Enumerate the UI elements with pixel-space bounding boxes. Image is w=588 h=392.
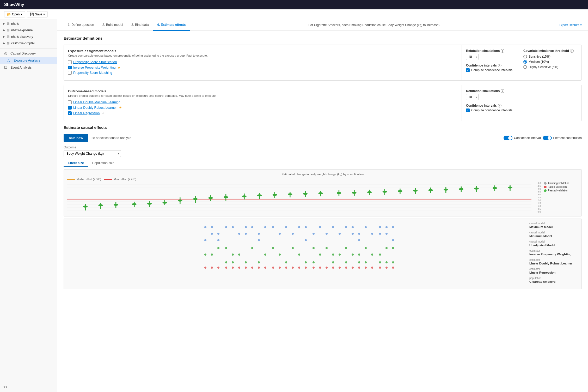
svg-point-74	[251, 226, 253, 228]
legend-linear-doubly-robust-learner: estimator Linear Doubly Robust Learner	[529, 258, 578, 265]
svg-point-138	[285, 261, 287, 263]
tab-estimate-effects[interactable]: 4. Estimate effects	[153, 19, 190, 31]
radio-row-sensitive: Sensitive (15%)	[523, 55, 577, 58]
sidebar-item-nhefs-discovery[interactable]: ▶ ⊞ nhefs-discovery	[0, 33, 57, 40]
svg-point-99	[358, 233, 360, 235]
star-filled-icon: ★	[119, 106, 122, 110]
estimate-title: Estimate causal effects	[64, 125, 582, 130]
sidebar-item-nhefs[interactable]: ▶ ⊞ nhefs	[0, 20, 57, 27]
svg-point-128	[332, 254, 334, 256]
propensity-score-matching-label[interactable]: Propensity Score Matching	[73, 71, 112, 75]
tab-effect-size[interactable]: Effect size	[64, 160, 88, 167]
outcome-refutation-select[interactable]: 10 20 50	[466, 94, 479, 100]
sidebar-item-nhefs-exposure[interactable]: ▶ ⊞ nhefs-exposure	[0, 27, 57, 33]
failed-label: Failed validation	[548, 185, 567, 188]
toggle-knob	[548, 136, 551, 140]
svg-point-73	[245, 226, 247, 228]
svg-point-155	[251, 267, 253, 269]
svg-point-141	[332, 261, 334, 263]
sidebar-item-event-analysis[interactable]: ☐ Event Analysis	[0, 64, 57, 71]
star-icon: ★	[118, 65, 121, 69]
exposure-assignment-left: Exposure-assignment models Create compar…	[64, 45, 462, 80]
sidebar-item-california-prop99[interactable]: ▶ ⊞ california-prop99	[0, 40, 57, 46]
info-icon: i	[498, 64, 501, 67]
checkbox-linear-regression[interactable]: ✓	[68, 111, 72, 115]
app-title: ShowWhy	[4, 2, 24, 7]
svg-point-101	[379, 233, 381, 235]
chart-title: Estimated change in body weight change (…	[67, 173, 578, 176]
svg-point-70	[211, 226, 213, 228]
svg-point-85	[379, 226, 381, 228]
linear-doubly-robust-label[interactable]: Linear Doubly Robust Learner	[73, 106, 117, 110]
svg-point-105	[258, 239, 260, 241]
svg-point-126	[298, 254, 300, 256]
svg-point-107	[358, 239, 360, 241]
svg-point-153	[238, 267, 240, 269]
star-outline-icon: ☆	[102, 111, 105, 115]
refutation-select[interactable]: 10 20 50	[466, 54, 479, 60]
propensity-score-stratification-label[interactable]: Propensity Score Stratification	[73, 60, 117, 64]
radio-highly-sensitive-label: Highly Sensitive (5%)	[529, 65, 558, 69]
inverse-propensity-weighting-label[interactable]: Inverse Propensity Weighting	[73, 66, 115, 69]
estimator-definitions-title: Estimator definitions	[64, 36, 582, 40]
linear-regression-label[interactable]: Linear Regression	[73, 111, 100, 115]
chevron-down-icon: ▾	[580, 23, 582, 27]
svg-point-106	[305, 239, 307, 241]
effect-size-chart: Estimated change in body weight change (…	[64, 169, 582, 216]
linear-double-ml-label[interactable]: Linear Double Machine Learning	[73, 100, 120, 104]
folder-icon: 📂	[7, 13, 11, 16]
confidence-label: Confidence intervals i	[466, 64, 515, 67]
element-contribution-toggle[interactable]	[543, 136, 552, 140]
svg-point-133	[379, 254, 381, 256]
confidence-interval-toggle[interactable]	[504, 136, 512, 140]
outcome-select-wrapper: Body Weight Change (kg)	[64, 150, 121, 157]
svg-point-38	[273, 194, 277, 196]
scatter-legend: causal model Maximum Model causal model …	[526, 222, 578, 286]
tab-population-size[interactable]: Population size	[88, 160, 119, 167]
method-row-2: Propensity Score Matching	[68, 71, 457, 75]
open-button[interactable]: 📂 Open ▾	[4, 11, 25, 17]
tab-build-model[interactable]: 2. Build model	[98, 19, 127, 31]
checkbox-propensity-score-matching[interactable]	[68, 71, 72, 75]
outcome-select[interactable]: Body Weight Change (kg)	[64, 150, 121, 157]
chevron-down-icon: ▾	[43, 13, 45, 16]
svg-point-36	[258, 195, 261, 196]
sidebar-collapse-button[interactable]: <<	[2, 384, 8, 390]
radio-highly-sensitive[interactable]	[523, 65, 527, 69]
step-tabs: 1. Define question 2. Build model 3. Bin…	[57, 19, 588, 31]
svg-point-163	[305, 267, 307, 269]
checkbox-propensity-score-stratification[interactable]	[68, 60, 72, 64]
confidence-checkbox[interactable]: ✓	[466, 68, 470, 72]
svg-point-113	[292, 247, 294, 249]
causal-discovery-icon: ◎	[4, 51, 8, 55]
radio-sensitive[interactable]	[523, 55, 527, 58]
svg-point-129	[339, 254, 341, 256]
outcome-refutation-label: Refutation simulations i	[466, 89, 515, 93]
element-contribution-toggle-label: Element contribution	[553, 136, 582, 140]
svg-point-102	[385, 233, 388, 235]
export-results-button[interactable]: Export Results ▾	[559, 23, 582, 27]
checkbox-inverse-propensity-weighting[interactable]: ✓	[68, 66, 72, 69]
scatter-svg	[67, 222, 526, 269]
svg-point-151	[225, 267, 227, 269]
outcome-confidence-checkbox[interactable]: ✓	[466, 108, 470, 112]
svg-point-89	[217, 233, 219, 235]
outcome-refutation-section: Refutation simulations i 10 20 50	[462, 85, 519, 121]
svg-point-62	[459, 188, 463, 190]
svg-point-64	[475, 188, 478, 189]
checkbox-linear-double-ml[interactable]	[68, 100, 72, 104]
checkbox-linear-doubly-robust[interactable]: ✓	[68, 106, 72, 110]
svg-point-97	[339, 233, 341, 235]
sidebar-item-causal-discovery[interactable]: ◎ Causal Discovery	[0, 50, 57, 57]
radio-medium[interactable]	[523, 60, 527, 64]
svg-point-92	[258, 233, 260, 235]
tab-define-question[interactable]: 1. Define question	[64, 19, 98, 31]
svg-point-171	[358, 267, 360, 269]
run-now-button[interactable]: Run now	[64, 134, 88, 142]
save-icon: 💾	[30, 13, 34, 16]
sidebar-item-exposure-analysis[interactable]: △ Exposure Analysis	[0, 57, 57, 64]
svg-point-30	[209, 197, 212, 199]
svg-point-172	[365, 267, 367, 269]
save-button[interactable]: 💾 Save ▾	[27, 11, 47, 17]
tab-bind-data[interactable]: 3. Bind data	[127, 19, 153, 31]
